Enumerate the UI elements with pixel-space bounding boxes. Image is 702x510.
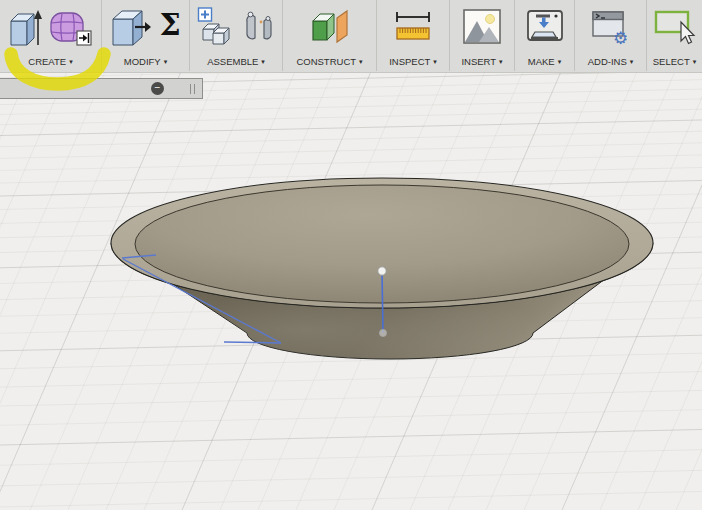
construct-menu-label: CONSTRUCT	[296, 56, 356, 67]
measure-icon[interactable]	[393, 8, 433, 46]
chevron-down-icon: ▾	[359, 58, 363, 65]
construct-plane-icon[interactable]	[309, 7, 351, 47]
sketch-point-top[interactable]	[378, 267, 386, 275]
make-menu-button[interactable]: MAKE▾	[515, 56, 574, 67]
sketch-bottom-line[interactable]	[224, 342, 281, 343]
toolbar-group-insert: INSERT▾	[450, 0, 515, 71]
toolbar-group-add-ins: ⚙ ADD-INS▾	[575, 0, 647, 71]
3d-print-icon[interactable]	[525, 8, 565, 46]
viewport-canvas[interactable]	[0, 72, 702, 510]
chevron-down-icon: ▾	[69, 58, 73, 65]
inspect-menu-label: INSPECT	[389, 56, 430, 67]
create-form-icon[interactable]	[49, 5, 93, 49]
chevron-down-icon: ▾	[433, 58, 437, 65]
sketch-axis-line[interactable]	[382, 272, 383, 333]
press-pull-icon[interactable]	[110, 5, 152, 49]
insert-menu-button[interactable]: INSERT▾	[450, 56, 514, 67]
joint-icon[interactable]	[242, 7, 276, 47]
chevron-down-icon: ▾	[499, 58, 503, 65]
fusion-window: CREATE▾ Σ MODIFY▾	[0, 0, 702, 510]
select-icon[interactable]	[652, 8, 698, 46]
create-menu-button[interactable]: CREATE▾	[0, 56, 101, 67]
insert-image-icon[interactable]	[462, 8, 502, 46]
chevron-down-icon: ▾	[261, 58, 265, 65]
assemble-menu-label: ASSEMBLE	[207, 56, 258, 67]
select-menu-button[interactable]: SELECT▾	[647, 56, 702, 67]
modify-menu-button[interactable]: MODIFY▾	[102, 56, 189, 67]
chevron-down-icon: ▾	[693, 58, 697, 65]
chevron-down-icon: ▾	[630, 58, 634, 65]
chevron-down-icon: ▾	[558, 58, 562, 65]
select-menu-label: SELECT	[653, 56, 690, 67]
toolbar-group-create: CREATE▾	[0, 0, 102, 71]
toolbar-group-modify: Σ MODIFY▾	[102, 0, 190, 71]
main-toolbar: CREATE▾ Σ MODIFY▾	[0, 0, 702, 73]
toolbar-group-assemble: ASSEMBLE▾	[190, 0, 283, 71]
toolbar-group-construct: CONSTRUCT▾	[283, 0, 377, 71]
make-menu-label: MAKE	[528, 56, 555, 67]
change-parameters-sigma-icon[interactable]: Σ	[159, 10, 180, 40]
panel-grip[interactable]	[194, 84, 195, 94]
add-ins-menu-label: ADD-INS	[588, 56, 627, 67]
new-component-icon[interactable]	[197, 6, 235, 48]
chevron-down-icon: ▾	[164, 58, 168, 65]
gear-icon: ⚙	[613, 28, 628, 46]
construct-menu-button[interactable]: CONSTRUCT▾	[283, 56, 376, 67]
create-menu-label: CREATE	[28, 56, 66, 67]
assemble-menu-button[interactable]: ASSEMBLE▾	[190, 56, 282, 67]
panel-grip[interactable]	[190, 84, 191, 94]
toolbar-group-inspect: INSPECT▾	[377, 0, 450, 71]
collapse-button[interactable]: −	[151, 82, 164, 95]
model-viewport[interactable]	[0, 72, 702, 510]
toolbar-group-make: MAKE▾	[515, 0, 575, 71]
insert-menu-label: INSERT	[461, 56, 496, 67]
toolbar-group-select: SELECT▾	[647, 0, 702, 71]
sketch-point-bottom[interactable]	[379, 329, 386, 336]
modify-menu-label: MODIFY	[124, 56, 161, 67]
scripts-add-ins-icon[interactable]: ⚙	[590, 8, 632, 46]
extrude-icon[interactable]	[8, 5, 42, 49]
add-ins-menu-button[interactable]: ADD-INS▾	[575, 56, 646, 67]
inspect-menu-button[interactable]: INSPECT▾	[377, 56, 449, 67]
collapsed-panel: −	[0, 78, 203, 99]
